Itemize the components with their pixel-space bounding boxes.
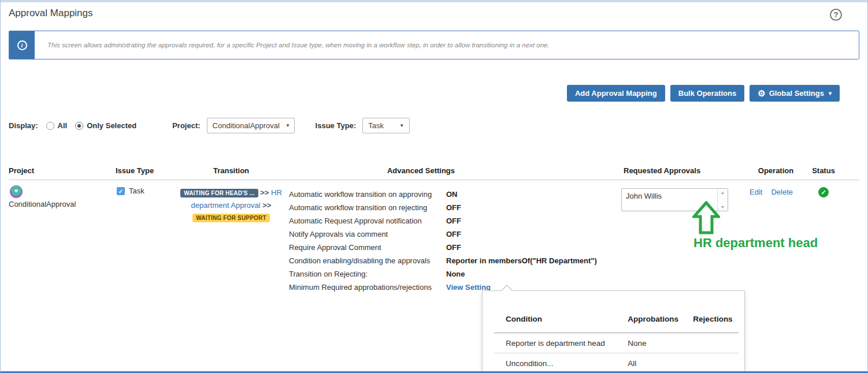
advanced-setting-value: OFF (446, 227, 461, 241)
radio-only-selected[interactable] (75, 122, 83, 130)
advanced-setting-row: Automatic Request Approval notificationO… (289, 214, 621, 227)
issue-type-select[interactable]: Task ▼ (362, 118, 410, 133)
advanced-setting-label: Transition on Rejecting: (289, 267, 446, 281)
issue-type-select-value: Task (368, 121, 384, 130)
info-banner: i This screen allows administrating the … (9, 31, 859, 59)
popup-caret (500, 285, 513, 291)
advanced-setting-label: Automatic workflow transition on rejecti… (289, 201, 446, 214)
global-settings-label: Global Settings (769, 89, 824, 98)
project-avatar-icon (10, 185, 23, 198)
issue-type-filter-label: Issue Type: (316, 121, 357, 130)
display-option-only-selected[interactable]: Only Selected (75, 121, 136, 130)
green-arrow-up-icon (692, 201, 720, 234)
info-icon: i (17, 40, 27, 50)
popup-column-header-rejections: Rejections (693, 315, 739, 323)
radio-all-label: All (58, 121, 68, 130)
advanced-setting-value: OFF (446, 241, 461, 254)
advanced-setting-row: Automatic workflow transition on approvi… (289, 188, 621, 201)
approval-mappings-screen: Approval Mappings ? i This screen allows… (0, 0, 868, 373)
project-filter-label: Project: (172, 121, 200, 130)
transition-separator: >> (260, 188, 269, 197)
status-ok-icon: ✓ (818, 187, 829, 197)
column-header-operation: Operation (745, 166, 806, 175)
bulk-operations-button[interactable]: Bulk Operations (670, 85, 744, 102)
radio-only-selected-label: Only Selected (87, 121, 136, 130)
select-caret-icon: ▼ (399, 123, 404, 128)
popup-column-header-approbations: Approbations (628, 315, 693, 323)
gear-icon: ⚙ (758, 89, 765, 98)
advanced-setting-row: Notify Approvals via commentOFF (289, 227, 621, 241)
help-icon[interactable]: ? (830, 9, 842, 21)
advanced-setting-value: OFF (446, 201, 461, 214)
popup-table-row: Uncondition...All (494, 353, 739, 373)
transition-cell: WAITING FOR HEAD'S ... >> HR department … (173, 185, 289, 294)
advanced-settings-cell: Automatic workflow transition on approvi… (289, 185, 621, 294)
display-option-all[interactable]: All (46, 121, 68, 130)
transition-to-badge: WAITING FOR SUPPORT (192, 214, 270, 222)
advanced-setting-label: Condition enabling/disabling the approva… (289, 254, 446, 267)
toolbar: Add Approval Mapping Bulk Operations ⚙ G… (9, 85, 859, 102)
advanced-setting-label: Notify Approvals via comment (289, 227, 446, 241)
advanced-setting-label: Minimum Required approbations/rejections (289, 281, 446, 294)
popup-header-row: ConditionApprobationsRejections (494, 315, 739, 333)
project-cell: ConditionalApproval (9, 185, 116, 294)
popup-condition-value: Reporter is department head (506, 339, 628, 348)
bulk-operations-label: Bulk Operations (678, 89, 736, 98)
issue-type-label: Task (129, 186, 144, 195)
popup-table-row: Reporter is department headNone (494, 333, 739, 353)
popup-table: ConditionApprobationsRejectionsReporter … (494, 315, 739, 373)
radio-all[interactable] (46, 122, 54, 130)
column-header-project: Project (9, 166, 116, 175)
select-caret-icon: ▼ (285, 123, 290, 128)
view-setting-popup: ConditionApprobationsRejectionsReporter … (482, 290, 745, 373)
advanced-setting-value: OFF (446, 214, 461, 227)
popup-condition-value: Uncondition... (506, 359, 628, 368)
add-approval-mapping-label: Add Approval Mapping (575, 89, 657, 98)
advanced-setting-row: Transition on Rejecting:None (289, 267, 621, 281)
column-header-advanced-settings: Advanced Settings (289, 166, 621, 175)
popup-column-header-condition: Condition (506, 315, 628, 323)
advanced-setting-value: ON (446, 188, 458, 201)
window-top-strip (1, 0, 867, 2)
issue-type-cell: ✓ Task (116, 185, 173, 294)
annotation-text: HR department head (693, 236, 818, 251)
add-approval-mapping-button[interactable]: Add Approval Mapping (567, 85, 665, 102)
project-select-value: ConditionalApproval (213, 121, 280, 130)
page-title: Approval Mappings (9, 8, 93, 19)
info-icon-block: i (9, 31, 35, 59)
filters-bar: Display: All Only Selected Project: Cond… (9, 118, 859, 133)
info-banner-text: This screen allows administrating the ap… (35, 31, 859, 59)
column-header-transition: Transition (173, 166, 289, 175)
project-name: ConditionalApproval (9, 200, 116, 208)
column-header-issue-type: Issue Type (116, 166, 173, 175)
advanced-setting-label: Automatic workflow transition on approvi… (289, 188, 446, 201)
column-header-status: Status (806, 166, 841, 175)
display-label: Display: (9, 121, 38, 130)
transition-from-badge: WAITING FOR HEAD'S ... (180, 189, 258, 197)
page: Approval Mappings ? i This screen allows… (1, 8, 867, 294)
scroll-up-icon[interactable]: ▲ (721, 191, 725, 195)
advanced-setting-value: Reporter in membersOf("HR Department") (446, 254, 597, 267)
popup-approbations-value: None (628, 339, 693, 348)
column-header-requested-approvals: Requested Approvals (621, 166, 745, 175)
chevron-down-icon: ▾ (829, 90, 832, 96)
global-settings-button[interactable]: ⚙ Global Settings ▾ (750, 85, 840, 102)
advanced-setting-row: Require Approval CommentOFF (289, 241, 621, 254)
popup-approbations-value: All (628, 359, 693, 368)
advanced-setting-row: Automatic workflow transition on rejecti… (289, 201, 621, 214)
issue-type-checkbox[interactable]: ✓ (117, 187, 125, 195)
annotation: HR department head (689, 201, 818, 251)
table-header-row: ProjectIssue TypeTransitionAdvanced Sett… (9, 166, 859, 180)
advanced-setting-row: Condition enabling/disabling the approva… (289, 254, 621, 267)
project-select[interactable]: ConditionalApproval ▼ (207, 118, 295, 133)
transition-separator: >> (262, 201, 271, 210)
advanced-setting-label: Automatic Request Approval notification (289, 214, 446, 227)
advanced-setting-value: None (446, 267, 465, 281)
page-header: Approval Mappings ? (9, 8, 859, 21)
advanced-setting-label: Require Approval Comment (289, 241, 446, 254)
